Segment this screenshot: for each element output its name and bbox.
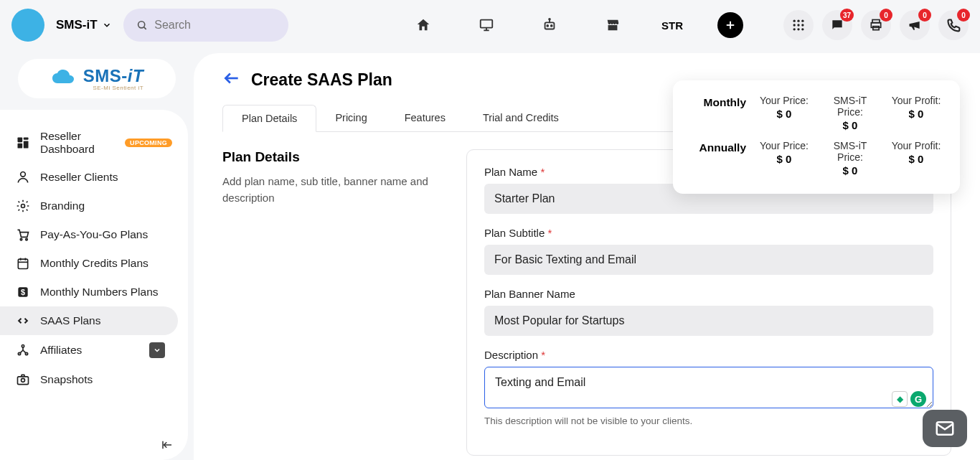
sidebar-item-monthly-numbers[interactable]: $ Monthly Numbers Plans (0, 278, 188, 306)
apps-icon[interactable] (783, 10, 814, 40)
svg-point-19 (797, 28, 799, 30)
smsit-price-label: SMS-iT Price: (822, 95, 878, 118)
sidebar-item-reseller-dashboard[interactable]: Reseller Dashboard UPCOMING (0, 123, 188, 163)
tab-pricing[interactable]: Pricing (316, 105, 385, 131)
sidebar-item-reseller-clients[interactable]: Reseller Clients (0, 163, 188, 192)
dollar-icon: $ (16, 285, 30, 299)
gear-icon (16, 199, 30, 213)
description-textarea[interactable]: Texting and Email (484, 367, 933, 408)
sidebar-item-label: Snapshots (40, 373, 93, 386)
plan-banner-input[interactable] (484, 306, 933, 336)
avatar[interactable] (11, 9, 44, 42)
annual-smsit-price: $ 0 (822, 164, 878, 177)
annual-your-price: $ 0 (756, 153, 812, 165)
svg-point-9 (549, 19, 550, 20)
topbar-right: 37 0 0 0 (783, 10, 969, 40)
clients-icon (16, 170, 30, 184)
back-arrow-icon[interactable] (222, 69, 241, 90)
smsit-price-label-2: SMS-iT Price: (822, 140, 878, 163)
svg-point-15 (793, 24, 796, 26)
description-helper: This description will not be visible to … (484, 416, 933, 426)
plan-subtitle-label: Plan Subtitle * (484, 227, 933, 239)
store-icon[interactable] (598, 11, 627, 39)
print-icon[interactable]: 0 (861, 10, 891, 40)
home-icon[interactable] (409, 11, 438, 39)
upcoming-tag: UPCOMING (125, 139, 172, 147)
svg-point-30 (20, 238, 22, 240)
sidebar-item-payg-plans[interactable]: Pay-As-You-Go Plans (0, 220, 188, 249)
brand-dropdown[interactable]: SMS-iT (56, 18, 112, 32)
str-label[interactable]: STR (661, 19, 683, 32)
code-icon (16, 314, 30, 328)
robot-icon[interactable] (535, 11, 564, 39)
sidebar-item-affiliates[interactable]: Affiliates (0, 335, 188, 365)
collapse-sidebar[interactable] (161, 438, 174, 454)
svg-point-20 (801, 28, 804, 30)
tab-features[interactable]: Features (386, 105, 464, 131)
svg-point-14 (801, 20, 804, 22)
announce-badge: 0 (918, 9, 931, 22)
sidebar-item-monthly-credits[interactable]: Monthly Credits Plans (0, 249, 188, 278)
svg-point-13 (797, 20, 799, 22)
topbar-center: STR (409, 11, 743, 39)
svg-point-42 (22, 378, 25, 382)
tab-trial-credits[interactable]: Trial and Credits (464, 105, 578, 131)
monitor-icon[interactable] (472, 11, 501, 39)
chat-icon[interactable]: 37 (822, 10, 852, 40)
dashboard-icon (16, 136, 30, 150)
search-icon (136, 19, 148, 32)
svg-point-18 (793, 28, 796, 30)
svg-point-17 (801, 24, 804, 26)
profit-label-2: Your Profit: (888, 140, 944, 151)
period-annually: Annually (689, 140, 746, 154)
topbar: SMS-iT STR 37 0 0 0 (0, 0, 980, 50)
sidebar-item-label: Reseller Clients (40, 171, 118, 184)
section-info: Plan Details Add plan name, sub title, b… (222, 149, 438, 460)
mail-icon (934, 418, 956, 439)
sidebar-item-label: Monthly Numbers Plans (40, 286, 159, 299)
svg-point-29 (22, 205, 25, 208)
announce-icon[interactable]: 0 (900, 10, 930, 40)
your-price-label: Your Price: (756, 95, 812, 106)
svg-point-16 (797, 24, 799, 26)
search-wrap[interactable] (123, 9, 288, 42)
sidebar-item-branding[interactable]: Branding (0, 192, 188, 220)
svg-rect-25 (24, 138, 29, 140)
section-description: Add plan name, sub title, banner name an… (222, 174, 438, 206)
monthly-smsit-price: $ 0 (822, 119, 878, 131)
annual-profit: $ 0 (888, 153, 944, 165)
phone-icon[interactable]: 0 (938, 10, 969, 40)
sidebar-item-saas-plans[interactable]: SAAS Plans (0, 306, 178, 335)
svg-rect-26 (24, 141, 29, 149)
svg-text:$: $ (21, 288, 25, 296)
add-button[interactable] (717, 12, 743, 38)
cloud-icon (50, 69, 79, 89)
affiliates-icon (16, 343, 30, 357)
nav-card: Reseller Dashboard UPCOMING Reseller Cli… (0, 110, 188, 460)
camera-icon (16, 372, 30, 387)
plan-subtitle-input[interactable] (484, 245, 933, 275)
shield-icon[interactable]: ◆ (892, 391, 908, 407)
sidebar-item-label: Reseller Dashboard (40, 130, 115, 156)
sidebar-item-label: SAAS Plans (40, 314, 100, 327)
svg-point-12 (793, 20, 796, 22)
search-input[interactable] (154, 19, 275, 32)
calendar-icon (16, 256, 30, 271)
svg-point-28 (21, 172, 26, 177)
svg-rect-41 (18, 377, 29, 385)
logo-text: SMS-iT (83, 66, 143, 86)
svg-rect-24 (18, 138, 23, 143)
logo-subtitle: SE-Mi Sentient iT (83, 85, 143, 91)
form-card: Plan Name * Plan Subtitle * Plan Banner … (466, 149, 951, 456)
svg-rect-2 (481, 20, 493, 28)
period-monthly: Monthly (689, 95, 746, 109)
sidebar-item-snapshots[interactable]: Snapshots (0, 365, 188, 394)
mail-fab[interactable] (923, 410, 967, 447)
brand-label: SMS-iT (56, 18, 98, 32)
tab-plan-details[interactable]: Plan Details (222, 105, 316, 132)
chevron-down-icon (102, 20, 112, 30)
logo-card[interactable]: SMS-iT SE-Mi Sentient iT (18, 59, 176, 98)
sidebar-item-label: Pay-As-You-Go Plans (40, 228, 148, 241)
grammarly-icon[interactable]: G (910, 391, 926, 407)
expand-toggle[interactable] (149, 342, 165, 358)
